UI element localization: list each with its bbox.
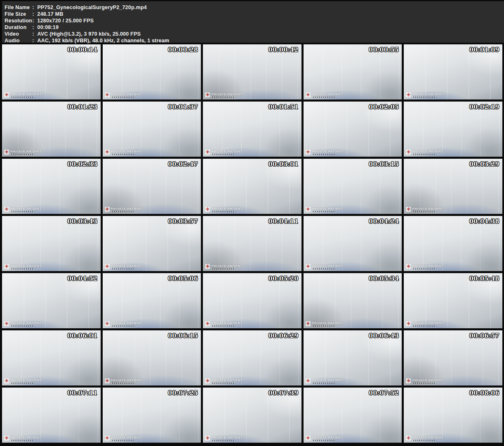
watermark-text-block: PRIVATE-PATIENT <box>111 92 142 98</box>
medical-cross-icon: ✚ <box>4 92 9 97</box>
thumbnail-grid: 00:00:14✚PRIVATE-PATIENT00:00:28✚PRIVATE… <box>0 44 504 445</box>
metadata-separator: : <box>32 17 37 24</box>
watermark-label: PRIVATE-PATIENT <box>412 150 443 153</box>
watermark-subline <box>10 154 34 155</box>
medical-cross-icon: ✚ <box>306 207 311 212</box>
metadata-label: Audio <box>5 37 32 44</box>
timestamp-overlay: 00:07:11 <box>68 390 98 396</box>
watermark-text-block: PRIVATE-PATIENT <box>412 207 443 212</box>
watermark-subline <box>211 97 235 98</box>
timestamp-overlay: 00:06:43 <box>369 332 399 339</box>
metadata-label: Video <box>5 31 32 37</box>
watermark-label: PRIVATE-PATIENT <box>412 264 443 268</box>
metadata-label: File Size <box>5 11 32 17</box>
metadata-value: AAC, 192 kb/s (VBR), 48.0 kHz, 2 channel… <box>37 37 169 44</box>
watermark-label: PRIVATE-PATIENT <box>211 92 242 96</box>
timestamp-overlay: 00:03:43 <box>68 218 98 225</box>
watermark-text-block: PRIVATE-PATIENT <box>211 436 242 441</box>
watermark-subline <box>111 383 135 384</box>
watermark: ✚PRIVATE-PATIENT <box>105 264 142 269</box>
watermark-subline <box>10 325 34 327</box>
watermark: ✚PRIVATE-PATIENT <box>205 321 242 327</box>
watermark-subline <box>111 268 135 269</box>
watermark: ✚PRIVATE-PATIENT <box>205 92 242 98</box>
watermark-label: PRIVATE-PATIENT <box>412 378 443 382</box>
watermark-text-block: PRIVATE-PATIENT <box>10 150 41 155</box>
video-thumbnail: 00:01:09✚PRIVATE-PATIENT <box>404 44 502 99</box>
watermark: ✚PRIVATE-PATIENT <box>205 436 242 441</box>
medical-cross-icon: ✚ <box>105 378 110 383</box>
watermark-text-block: PRIVATE-PATIENT <box>312 436 343 441</box>
medical-cross-icon: ✚ <box>306 150 311 155</box>
watermark-text-block: PRIVATE-PATIENT <box>412 436 443 441</box>
video-thumbnail: 00:02:47✚PRIVATE-PATIENT <box>103 159 201 214</box>
watermark-label: PRIVATE-PATIENT <box>312 321 343 325</box>
metadata-value: PP752_GynecologicalSurgeryP2_720p.mp4 <box>37 4 147 11</box>
watermark-text-block: PRIVATE-PATIENT <box>10 378 41 384</box>
watermark-subline <box>211 440 235 441</box>
watermark: ✚PRIVATE-PATIENT <box>105 436 142 441</box>
watermark-text-block: PRIVATE-PATIENT <box>111 150 142 155</box>
medical-cross-icon: ✚ <box>306 436 311 441</box>
metadata-row: Video:AVC (High@L3.2), 3 970 kb/s, 25.00… <box>5 31 501 37</box>
medical-cross-icon: ✚ <box>406 321 411 326</box>
video-thumbnail: 00:05:06✚PRIVATE-PATIENT <box>103 273 201 328</box>
timestamp-overlay: 00:08:06 <box>469 390 499 396</box>
timestamp-overlay: 00:02:19 <box>469 104 499 110</box>
watermark-subline <box>111 154 135 155</box>
watermark-label: PRIVATE-PATIENT <box>312 150 343 153</box>
watermark-text-block: PRIVATE-PATIENT <box>10 207 41 212</box>
medical-cross-icon: ✚ <box>4 436 9 441</box>
watermark-subline <box>211 268 235 269</box>
metadata-row: Audio:AAC, 192 kb/s (VBR), 48.0 kHz, 2 c… <box>5 37 501 44</box>
video-thumbnail: 00:07:52✚PRIVATE-PATIENT <box>304 388 402 443</box>
watermark-text-block: PRIVATE-PATIENT <box>312 378 343 384</box>
watermark-text-block: PRIVATE-PATIENT <box>312 150 343 155</box>
watermark-text-block: PRIVATE-PATIENT <box>412 378 443 384</box>
watermark-label: PRIVATE-PATIENT <box>211 150 242 153</box>
timestamp-overlay: 00:03:57 <box>168 218 198 225</box>
watermark-text-block: PRIVATE-PATIENT <box>10 264 41 269</box>
medical-cross-icon: ✚ <box>105 92 110 97</box>
watermark-text-block: PRIVATE-PATIENT <box>211 207 242 212</box>
watermark-text-block: PRIVATE-PATIENT <box>10 92 41 98</box>
watermark-label: PRIVATE-PATIENT <box>111 150 142 153</box>
video-thumbnail: 00:05:20✚PRIVATE-PATIENT <box>203 273 301 328</box>
watermark-text-block: PRIVATE-PATIENT <box>412 92 443 98</box>
video-thumbnail: 00:06:29✚PRIVATE-PATIENT <box>203 330 301 385</box>
metadata-value: 1280x720 / 25.000 FPS <box>37 17 94 24</box>
watermark: ✚PRIVATE-PATIENT <box>4 150 41 155</box>
video-thumbnail: 00:01:23✚PRIVATE-PATIENT <box>2 102 101 157</box>
watermark: ✚PRIVATE-PATIENT <box>205 150 242 155</box>
timestamp-overlay: 00:04:24 <box>369 218 399 225</box>
watermark-label: PRIVATE-PATIENT <box>412 207 443 211</box>
medical-cross-icon: ✚ <box>306 264 311 269</box>
watermark-subline <box>312 211 336 212</box>
metadata-separator: : <box>32 11 37 17</box>
video-thumbnail: 00:01:51✚PRIVATE-PATIENT <box>203 102 301 157</box>
watermark-subline <box>412 383 436 384</box>
watermark: ✚PRIVATE-PATIENT <box>4 264 41 269</box>
watermark-subline <box>312 440 336 441</box>
metadata-row: Duration:00:08:19 <box>5 24 501 31</box>
watermark: ✚PRIVATE-PATIENT <box>306 436 343 441</box>
video-thumbnail: 00:03:01✚PRIVATE-PATIENT <box>203 159 301 214</box>
watermark-subline <box>412 97 436 98</box>
timestamp-overlay: 00:02:33 <box>68 161 98 167</box>
metadata-separator: : <box>32 24 37 31</box>
video-thumbnail: 00:02:33✚PRIVATE-PATIENT <box>2 159 101 214</box>
watermark-text-block: PRIVATE-PATIENT <box>211 92 242 98</box>
timestamp-overlay: 00:00:42 <box>268 46 299 53</box>
medical-cross-icon: ✚ <box>406 378 411 383</box>
video-thumbnail: 00:03:57✚PRIVATE-PATIENT <box>103 216 201 271</box>
medical-cross-icon: ✚ <box>105 150 110 155</box>
watermark-label: PRIVATE-PATIENT <box>211 321 242 325</box>
timestamp-overlay: 00:05:20 <box>268 275 299 282</box>
watermark-text-block: PRIVATE-PATIENT <box>312 92 343 98</box>
watermark-label: PRIVATE-PATIENT <box>312 92 343 96</box>
metadata-separator: : <box>32 4 37 11</box>
watermark: ✚PRIVATE-PATIENT <box>4 436 41 441</box>
timestamp-overlay: 00:06:01 <box>68 332 98 339</box>
watermark-subline <box>10 383 34 384</box>
timestamp-overlay: 00:07:39 <box>268 390 299 396</box>
